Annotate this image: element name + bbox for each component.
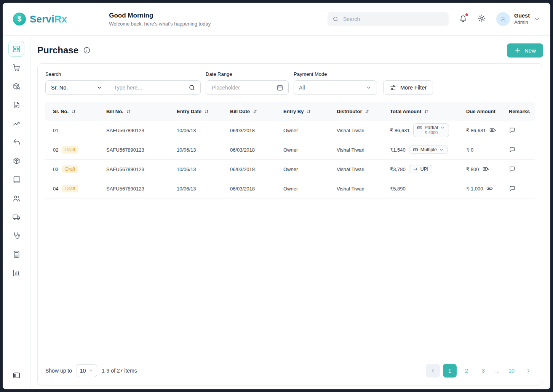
search-icon[interactable] xyxy=(189,84,195,91)
page-button-3[interactable]: 3 xyxy=(476,364,490,378)
remark-icon[interactable] xyxy=(509,127,516,134)
info-icon[interactable] xyxy=(83,46,91,54)
numeric-sort-icon[interactable] xyxy=(424,109,429,114)
payment-mode-label: UPI xyxy=(420,166,428,172)
due-amount: ₹ 0 xyxy=(466,147,473,153)
sidebar-item-invoices[interactable] xyxy=(8,97,24,113)
table-row[interactable]: 02DraftSAFU56789012310/06/1306/03/2018Ow… xyxy=(45,140,535,160)
search-field-select[interactable]: Sr. No. xyxy=(46,81,108,94)
global-search-input[interactable] xyxy=(342,16,444,22)
column-header[interactable]: Entry Date xyxy=(169,109,222,114)
column-header[interactable]: Total Amount xyxy=(382,109,459,114)
global-search[interactable] xyxy=(328,12,449,26)
page-button-2[interactable]: 2 xyxy=(460,364,473,378)
entry-date: 10/06/13 xyxy=(177,147,196,153)
column-header[interactable]: Distributor xyxy=(329,109,382,114)
gear-icon xyxy=(478,14,486,22)
payment-mode-badge[interactable]: Partial₹ 4000 xyxy=(413,123,449,137)
table-row[interactable]: 01SAFU56789012310/06/1306/03/2018OwnerVi… xyxy=(45,121,535,140)
app-window: $ ServiRx Good Morning Welcome back, her… xyxy=(3,3,550,389)
sidebar-item-customers[interactable] xyxy=(8,190,24,206)
greeting-title: Good Morning xyxy=(109,12,211,19)
sidebar-item-purchases[interactable] xyxy=(8,59,24,75)
column-header[interactable]: Remarks xyxy=(501,109,535,114)
sidebar-item-returns[interactable] xyxy=(8,134,24,150)
sidebar-item-inventory[interactable] xyxy=(8,153,24,169)
date-range-group: Date Range xyxy=(206,71,289,95)
sidebar-item-reports[interactable] xyxy=(8,265,24,281)
numeric-sort-icon[interactable] xyxy=(253,109,257,114)
user-menu[interactable]: Guest Admin xyxy=(496,12,540,26)
column-label: Sr. No. xyxy=(53,109,69,114)
page-button-10[interactable]: 10 xyxy=(505,364,518,378)
numeric-sort-icon[interactable] xyxy=(204,109,209,114)
remark-icon[interactable] xyxy=(509,166,516,173)
greeting-subtitle: Welcome back, here's what's happening to… xyxy=(109,21,211,27)
sidebar-item-billing[interactable] xyxy=(8,246,24,262)
column-header[interactable]: Sr. No. xyxy=(45,109,99,114)
remark-icon[interactable] xyxy=(509,185,516,192)
table-body: 01SAFU56789012310/06/1306/03/2018OwnerVi… xyxy=(45,121,535,198)
record-payment-icon[interactable] xyxy=(489,127,496,134)
alpha-sort-icon[interactable] xyxy=(306,109,311,114)
payment-mode-badge[interactable]: Multiple xyxy=(409,146,448,154)
date-range-input[interactable] xyxy=(206,80,289,95)
entry-date: 10/06/13 xyxy=(177,166,196,172)
sidebar-item-stock-search[interactable] xyxy=(8,78,24,94)
sidebar-item-sales-trends[interactable] xyxy=(8,115,24,131)
payment-mode-select[interactable]: All xyxy=(294,80,377,95)
undo-icon xyxy=(13,138,21,146)
notifications-button[interactable] xyxy=(459,14,467,24)
bill-no: SAFU567890123 xyxy=(106,186,144,192)
page-title: Purchase xyxy=(37,45,78,56)
bill-no: SAFU567890123 xyxy=(106,166,144,172)
payment-partial-amount: ₹ 4000 xyxy=(425,130,438,136)
numeric-sort-icon[interactable] xyxy=(71,109,76,114)
distributor: Vishal Tiwari xyxy=(337,128,364,133)
numeric-sort-icon[interactable] xyxy=(126,109,131,114)
banknote-icon xyxy=(417,125,422,130)
record-payment-icon[interactable] xyxy=(483,166,489,173)
payment-mode-top: Multiple xyxy=(413,147,444,152)
more-filter-button[interactable]: More Filter xyxy=(383,80,433,95)
sidebar-item-dashboard[interactable] xyxy=(8,41,24,57)
search-filter-label: Search xyxy=(45,71,201,77)
column-header[interactable]: Due Amount xyxy=(459,109,501,114)
main-content: Purchase New Search Sr. No. xyxy=(30,36,550,389)
distributor: Vishal Tiwari xyxy=(337,166,364,172)
payment-mode-group: Payment Mode All xyxy=(294,71,377,95)
payment-mode-badge[interactable]: UPI xyxy=(409,165,432,173)
column-header[interactable]: Bill Date xyxy=(222,109,276,114)
column-header[interactable]: Bill No. xyxy=(99,109,169,114)
chevron-down-icon xyxy=(440,125,445,130)
sidebar-item-delivery[interactable] xyxy=(8,209,24,225)
greeting-block: Good Morning Welcome back, here's what's… xyxy=(109,12,211,27)
total-amount: ₹ 86,631 xyxy=(390,128,410,133)
chevron-left-icon xyxy=(430,368,436,374)
truck-icon xyxy=(13,213,21,221)
record-payment-icon[interactable] xyxy=(486,185,493,192)
column-header[interactable]: Entry By xyxy=(276,109,329,114)
due-amount: ₹ 86,631 xyxy=(466,128,486,133)
notification-dot xyxy=(465,13,468,16)
table-row[interactable]: 03DraftSAFU56789012310/06/1306/03/2018Ow… xyxy=(45,160,535,179)
search-filter-group: Search Sr. No. xyxy=(45,71,201,95)
column-label: Entry By xyxy=(283,109,304,114)
new-button[interactable]: New xyxy=(507,43,543,58)
sidebar-item-doctors[interactable] xyxy=(8,227,24,243)
alpha-sort-icon[interactable] xyxy=(364,109,369,114)
prev-page-button[interactable] xyxy=(426,364,440,378)
sidebar-item-ledger[interactable] xyxy=(8,171,24,187)
payment-mode-value: All xyxy=(299,85,305,91)
chevron-down-icon xyxy=(439,147,444,152)
settings-button[interactable] xyxy=(478,14,486,24)
remark-icon[interactable] xyxy=(509,146,516,153)
brand-name: ServiRx xyxy=(30,13,67,25)
page-size-select[interactable]: 10 xyxy=(77,364,97,377)
page-button-1[interactable]: 1 xyxy=(443,364,457,378)
next-page-button[interactable] xyxy=(521,364,535,378)
date-range-field[interactable] xyxy=(211,84,273,91)
search-term-input[interactable] xyxy=(113,84,185,91)
sidebar-collapse-button[interactable] xyxy=(8,367,24,383)
table-row[interactable]: 04DraftSAFU56789012310/06/1306/03/2018Ow… xyxy=(45,179,535,198)
